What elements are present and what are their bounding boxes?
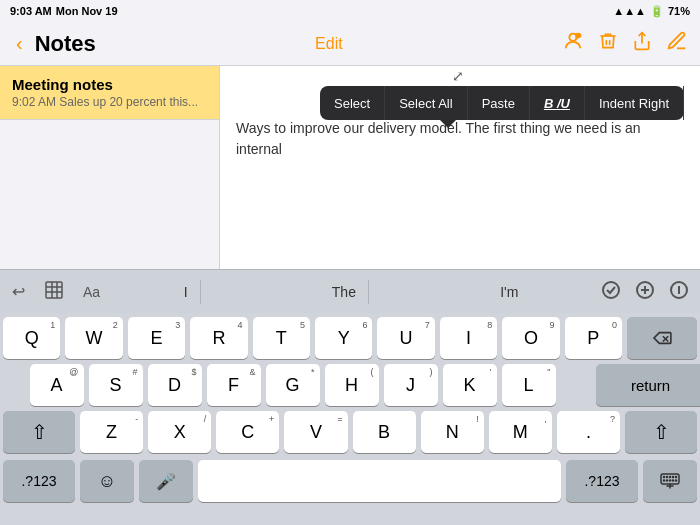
done-icon[interactable] — [666, 277, 692, 307]
nav-bar: ‹ Notes Edit ! — [0, 22, 700, 66]
key-q[interactable]: 1Q — [3, 317, 60, 359]
shift-key-left[interactable]: ⇧ — [3, 411, 75, 453]
note-list-item[interactable]: Meeting notes 9:02 AM Sales up 20 percen… — [0, 66, 219, 120]
context-paste[interactable]: Paste — [468, 86, 530, 120]
key-t[interactable]: 5T — [253, 317, 310, 359]
page-title: Notes — [35, 31, 96, 57]
key-c[interactable]: +C — [216, 411, 279, 453]
trash-icon[interactable] — [598, 30, 618, 57]
key-n[interactable]: !N — [421, 411, 484, 453]
keyboard-rows: 1Q 2W 3E 4R 5T 6Y 7U 8I 9O 0P @A #S $D — [0, 313, 700, 460]
key-o[interactable]: 9O — [502, 317, 559, 359]
context-menu: Select Select All Paste B / U Indent Rig… — [320, 86, 684, 120]
keyboard-toolbar: ↩ Aa I The I'm — [0, 269, 700, 313]
context-bold-underline[interactable]: B / U — [530, 86, 585, 120]
key-b[interactable]: B — [353, 411, 416, 453]
key-p[interactable]: 0P — [565, 317, 622, 359]
key-g[interactable]: *G — [266, 364, 320, 406]
key-v[interactable]: =V — [284, 411, 347, 453]
battery-percent: 71% — [668, 5, 690, 17]
key-e[interactable]: 3E — [128, 317, 185, 359]
edit-button[interactable]: Edit — [315, 35, 343, 53]
sidebar: Meeting notes 9:02 AM Sales up 20 percen… — [0, 66, 220, 269]
autocomplete-im[interactable]: I'm — [488, 280, 530, 304]
dictate-key[interactable]: 🎤 — [139, 460, 193, 502]
key-row-1: 1Q 2W 3E 4R 5T 6Y 7U 8I 9O 0P — [3, 317, 697, 359]
compose-icon[interactable] — [666, 30, 688, 57]
svg-point-9 — [603, 282, 619, 298]
key-row-2: @A #S $D &F *G (H )J 'K "L return — [3, 364, 697, 406]
emoji-key[interactable]: ☺ — [80, 460, 134, 502]
numbers-key-left[interactable]: .?123 — [3, 460, 75, 502]
key-i[interactable]: 8I — [440, 317, 497, 359]
key-z[interactable]: -Z — [80, 411, 143, 453]
key-k[interactable]: 'K — [443, 364, 497, 406]
battery-icon: 🔋 — [650, 5, 664, 18]
key-x[interactable]: /X — [148, 411, 211, 453]
key-row-3: ⇧ -Z /X +C =V B !N ,M ?. ⇧ — [3, 411, 697, 453]
note-meta: 9:02 AM Sales up 20 percent this... — [12, 95, 207, 109]
key-period[interactable]: ?. — [557, 411, 620, 453]
key-l[interactable]: "L — [502, 364, 556, 406]
context-select-all[interactable]: Select All — [385, 86, 467, 120]
autocomplete-i[interactable]: I — [172, 280, 201, 304]
space-key[interactable] — [198, 460, 561, 502]
resize-icon: ⤢ — [452, 68, 464, 84]
key-m[interactable]: ,M — [489, 411, 552, 453]
editor-area[interactable]: ⤢ Select Select All Paste B / U Indent R… — [220, 66, 700, 269]
undo-icon[interactable]: ↩ — [8, 278, 29, 305]
context-indent-right[interactable]: Indent Right — [585, 86, 684, 120]
checkmark-icon[interactable] — [598, 277, 624, 307]
key-d[interactable]: $D — [148, 364, 202, 406]
svg-text:!: ! — [576, 34, 577, 39]
context-select[interactable]: Select — [320, 86, 385, 120]
context-menu-arrow — [440, 120, 456, 128]
svg-rect-4 — [46, 282, 62, 298]
key-u[interactable]: 7U — [377, 317, 434, 359]
shift-key-right[interactable]: ⇧ — [625, 411, 697, 453]
key-w[interactable]: 2W — [65, 317, 122, 359]
text-size-icon[interactable]: Aa — [79, 280, 104, 304]
autocomplete-the[interactable]: The — [320, 280, 369, 304]
note-title: Meeting notes — [12, 76, 207, 93]
key-r[interactable]: 4R — [190, 317, 247, 359]
back-button[interactable]: ‹ — [12, 28, 27, 59]
bottom-row: .?123 ☺ 🎤 .?123 — [0, 460, 700, 502]
keyboard-area: ↩ Aa I The I'm — [0, 269, 700, 525]
numbers-key-right[interactable]: .?123 — [566, 460, 638, 502]
key-s[interactable]: #S — [89, 364, 143, 406]
key-h[interactable]: (H — [325, 364, 379, 406]
editor-content[interactable]: Ways to improve our delivery model. The … — [236, 118, 684, 160]
key-j[interactable]: )J — [384, 364, 438, 406]
wifi-icon: ▲▲▲ — [613, 5, 646, 17]
key-a[interactable]: @A — [30, 364, 84, 406]
autocomplete-bar: I The I'm — [112, 280, 590, 304]
date: Mon Nov 19 — [56, 5, 118, 17]
time: 9:03 AM — [10, 5, 52, 17]
status-bar: 9:03 AM Mon Nov 19 ▲▲▲ 🔋 71% — [0, 0, 700, 22]
person-icon[interactable]: ! — [562, 30, 584, 57]
return-key[interactable]: return — [596, 364, 701, 406]
main-area: Meeting notes 9:02 AM Sales up 20 percen… — [0, 66, 700, 269]
key-y[interactable]: 6Y — [315, 317, 372, 359]
table-icon[interactable] — [41, 277, 67, 307]
add-icon[interactable] — [632, 277, 658, 307]
share-icon[interactable] — [632, 30, 652, 57]
key-f[interactable]: &F — [207, 364, 261, 406]
keyboard-dismiss-key[interactable] — [643, 460, 697, 502]
delete-key[interactable] — [627, 317, 697, 359]
svg-rect-17 — [661, 474, 679, 484]
